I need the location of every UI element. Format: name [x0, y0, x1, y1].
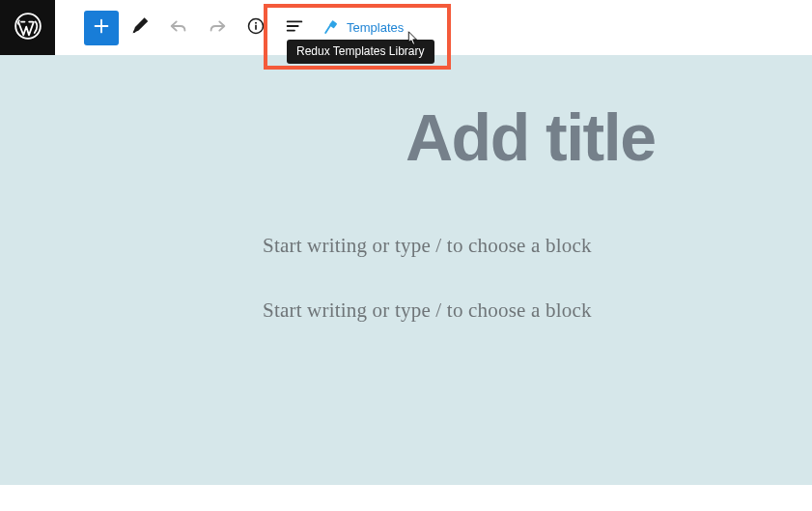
- svg-rect-3: [255, 24, 257, 29]
- undo-button[interactable]: [161, 11, 196, 45]
- redo-button[interactable]: [200, 11, 235, 45]
- templates-label: Templates: [347, 20, 404, 35]
- info-button[interactable]: [238, 11, 273, 45]
- block-placeholder[interactable]: Start writing or type / to choose a bloc…: [263, 298, 812, 323]
- plus-icon: [91, 15, 112, 41]
- templates-tooltip: Redux Templates Library: [287, 40, 434, 64]
- redo-icon: [207, 15, 228, 41]
- add-block-button[interactable]: [84, 11, 119, 45]
- block-placeholder[interactable]: Start writing or type / to choose a bloc…: [263, 234, 812, 258]
- wordpress-logo-button[interactable]: [0, 0, 55, 55]
- wordpress-logo-icon: [14, 13, 42, 43]
- post-title-input[interactable]: Add title: [406, 103, 812, 172]
- templates-button[interactable]: Templates: [322, 14, 404, 42]
- edit-mode-button[interactable]: [123, 11, 157, 45]
- redux-icon: [322, 18, 341, 38]
- editor-canvas: Add title Start writing or type / to cho…: [0, 55, 812, 485]
- svg-point-2: [255, 21, 257, 23]
- undo-icon: [168, 15, 189, 41]
- pencil-icon: [129, 15, 151, 41]
- info-icon: [246, 16, 266, 40]
- list-icon: [284, 15, 305, 41]
